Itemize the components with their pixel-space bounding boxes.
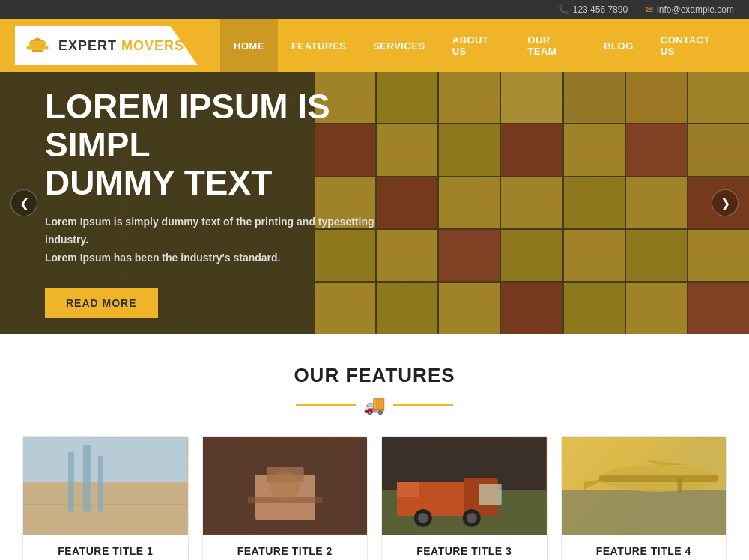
svg-rect-26 bbox=[562, 490, 727, 535]
logo-text: EXPERT MOVERS bbox=[58, 38, 184, 54]
svg-rect-0 bbox=[29, 42, 46, 46]
feature-svg-3 bbox=[382, 437, 547, 535]
feature-image-4 bbox=[562, 437, 727, 535]
feature-title-1: FEATURE TITLE 1 bbox=[35, 545, 176, 557]
svg-point-20 bbox=[418, 513, 428, 523]
svg-rect-3 bbox=[32, 49, 43, 52]
feature-title-2: FEATURE TITLE 2 bbox=[215, 545, 356, 557]
features-section: OUR FEATURES 🚚 FEATURE TITLE 1 Lorem ips… bbox=[0, 334, 749, 560]
nav-item-about[interactable]: ABOUT US bbox=[439, 19, 515, 72]
feature-title-3: FEATURE TITLE 3 bbox=[394, 545, 535, 557]
header: EXPERT MOVERS HOME FEATURES SERVICES ABO… bbox=[0, 19, 749, 72]
svg-rect-5 bbox=[23, 482, 188, 535]
phone-number: 123 456 7890 bbox=[573, 4, 628, 15]
nav-item-home[interactable]: HOME bbox=[220, 19, 278, 72]
nav-item-services[interactable]: SERVICES bbox=[360, 19, 439, 72]
svg-rect-24 bbox=[397, 482, 419, 497]
logo[interactable]: EXPERT MOVERS bbox=[15, 26, 198, 65]
svg-rect-6 bbox=[68, 452, 74, 512]
feature-body-1: FEATURE TITLE 1 Lorem ipsum dolor sit am… bbox=[23, 535, 188, 560]
nav-item-contact[interactable]: CONTACT US bbox=[647, 19, 734, 72]
divider-left bbox=[296, 404, 356, 406]
svg-rect-1 bbox=[27, 46, 49, 49]
svg-rect-31 bbox=[677, 478, 682, 493]
truck-icon: 🚚 bbox=[363, 395, 386, 416]
feature-title-4: FEATURE TITLE 4 bbox=[574, 545, 715, 557]
features-title: OUR FEATURES bbox=[22, 364, 727, 387]
features-grid: FEATURE TITLE 1 Lorem ipsum dolor sit am… bbox=[22, 436, 727, 560]
svg-point-22 bbox=[467, 513, 477, 523]
feature-card-3: FEATURE TITLE 3 Lorem ipsum dolor sit am… bbox=[381, 436, 548, 560]
svg-rect-7 bbox=[83, 445, 91, 512]
hero-prev-button[interactable]: ❮ bbox=[10, 189, 37, 216]
hero-next-button[interactable]: ❯ bbox=[712, 189, 739, 216]
feature-svg-4 bbox=[562, 437, 727, 535]
feature-image-3 bbox=[382, 437, 547, 535]
nav-item-features[interactable]: FEATURES bbox=[278, 19, 360, 72]
feature-svg-2 bbox=[203, 437, 368, 535]
feature-card-2: FEATURE TITLE 2 Lorem ipsum dolor sit am… bbox=[202, 436, 369, 560]
feature-card-1: FEATURE TITLE 1 Lorem ipsum dolor sit am… bbox=[22, 436, 189, 560]
read-more-button[interactable]: READ MORE bbox=[45, 288, 158, 318]
svg-rect-23 bbox=[479, 484, 502, 505]
feature-image-1 bbox=[23, 437, 188, 535]
svg-rect-8 bbox=[98, 456, 103, 512]
hero-content: LOREM IPSUM IS SIMPL DUMMY TEXT Lorem Ip… bbox=[0, 88, 449, 317]
nav-item-blog[interactable]: BLOG bbox=[590, 19, 647, 72]
svg-rect-30 bbox=[598, 475, 718, 482]
phone-info: 📞 123 456 7890 bbox=[558, 4, 628, 15]
features-divider: 🚚 bbox=[22, 395, 727, 416]
divider-right bbox=[393, 404, 453, 406]
hero-title: LOREM IPSUM IS SIMPL DUMMY TEXT bbox=[45, 88, 404, 201]
top-bar: 📞 123 456 7890 ✉ info@example.com bbox=[0, 0, 749, 19]
email-address: info@example.com bbox=[657, 4, 734, 15]
feature-svg-1 bbox=[23, 437, 188, 535]
hero-subtitle: Lorem Ipsum is simply dummy text of the … bbox=[45, 213, 404, 267]
nav-item-team[interactable]: OUR TEAM bbox=[514, 19, 590, 72]
email-icon: ✉ bbox=[646, 4, 653, 15]
feature-image-2 bbox=[203, 437, 368, 535]
feature-body-2: FEATURE TITLE 2 Lorem ipsum dolor sit am… bbox=[203, 535, 368, 560]
hero-section: ❮ LOREM IPSUM IS SIMPL DUMMY TEXT Lorem … bbox=[0, 72, 749, 334]
svg-marker-2 bbox=[29, 37, 46, 41]
feature-body-4: FEATURE TITLE 4 Lorem ipsum dolor sit am… bbox=[562, 535, 727, 560]
svg-point-14 bbox=[270, 471, 300, 501]
main-nav: HOME FEATURES SERVICES ABOUT US OUR TEAM… bbox=[220, 19, 734, 72]
logo-icon bbox=[24, 32, 51, 59]
email-info: ✉ info@example.com bbox=[646, 4, 734, 15]
feature-card-4: FEATURE TITLE 4 Lorem ipsum dolor sit am… bbox=[561, 436, 727, 560]
phone-icon: 📞 bbox=[558, 4, 569, 15]
feature-body-3: FEATURE TITLE 3 Lorem ipsum dolor sit am… bbox=[382, 535, 547, 560]
